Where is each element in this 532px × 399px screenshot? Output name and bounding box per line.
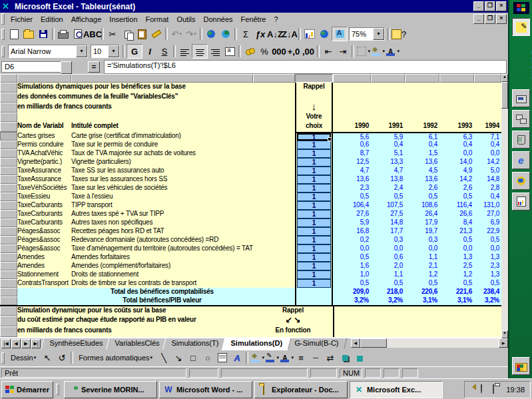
cell-d3[interactable]: ↓ xyxy=(295,103,333,113)
menu-item-format[interactable]: Format xyxy=(142,14,173,25)
menu-item-edition[interactable]: Edition xyxy=(37,14,67,25)
line-color-icon[interactable]: ▾ xyxy=(264,351,279,364)
task-button-excel[interactable]: ✕Microsoft Exc... xyxy=(350,381,443,398)
cell-i15[interactable]: 27,0 xyxy=(474,210,501,218)
vertical-scroll-thumb[interactable] xyxy=(501,82,508,109)
cell-c17[interactable] xyxy=(253,227,295,236)
cell-e16[interactable]: 5,9 xyxy=(333,218,371,227)
formula-input[interactable]: ='Simulations(T)'!$L6 xyxy=(104,60,507,74)
start-button[interactable]: Démarrer xyxy=(1,381,53,398)
cell-g21[interactable]: 2,1 xyxy=(405,262,439,270)
cell-f21[interactable]: 2,0 xyxy=(371,262,405,270)
cell-f20[interactable]: 0,6 xyxy=(371,253,405,262)
cell-c15[interactable] xyxy=(253,210,295,218)
menu-item-fichier[interactable]: Fichier xyxy=(7,14,37,25)
cell-b22[interactable]: Droits de stationnement xyxy=(71,270,253,279)
cell-b13[interactable]: Taxe à l'essieu xyxy=(71,193,253,201)
row-header-1[interactable] xyxy=(0,83,17,93)
row-header-8[interactable] xyxy=(0,149,17,158)
row-header-25[interactable] xyxy=(0,296,17,305)
cell-i9[interactable]: 14,2 xyxy=(474,158,501,167)
cell-a19[interactable]: Péages&assoc xyxy=(17,244,71,253)
menu-item-fentre[interactable]: Fenêtre xyxy=(237,14,270,25)
bold-button[interactable]: G xyxy=(127,44,142,59)
total-g24[interactable]: 220,6 xyxy=(405,288,439,296)
redo-icon[interactable]: ↷▾ xyxy=(184,27,198,41)
save-icon[interactable] xyxy=(36,27,51,41)
free-rotate-icon[interactable]: ↺ xyxy=(55,351,69,364)
cell-h19[interactable]: 0,0 xyxy=(439,244,474,253)
cell-g9[interactable]: 13,6 xyxy=(405,158,439,167)
cell-g11[interactable]: 13,6 xyxy=(405,175,439,184)
dash-style-icon[interactable]: ┄ xyxy=(308,351,323,364)
cell-g18[interactable]: 0,3 xyxy=(405,236,439,244)
cell-g19[interactable]: 0,0 xyxy=(405,244,439,253)
cell-b6[interactable]: Carte grise (certificat d'immatriculatio… xyxy=(71,132,253,141)
increase-decimal-icon[interactable]: +,0 xyxy=(286,45,301,58)
cell-i7[interactable]: 0,4 xyxy=(474,141,501,149)
arrow-style-icon[interactable]: ⇄ xyxy=(323,351,338,364)
row-header-26[interactable] xyxy=(0,306,17,316)
cell-h17[interactable]: 21,3 xyxy=(439,227,474,236)
cell-a14[interactable]: TaxeCarburants xyxy=(17,201,71,210)
cell-f17[interactable]: 17,7 xyxy=(371,227,405,236)
cell-h20[interactable]: 1,3 xyxy=(439,253,474,262)
align-left-icon[interactable] xyxy=(177,45,192,58)
cell-f13[interactable]: 0,5 xyxy=(371,193,405,201)
menu-item-affichage[interactable]: Affichage xyxy=(67,14,106,25)
combobox-dropdown-icon[interactable] xyxy=(108,45,119,57)
my-computer-icon[interactable] xyxy=(512,89,530,107)
cells-e27-i27[interactable] xyxy=(333,316,501,326)
year-header-1994[interactable]: 1994 xyxy=(474,122,501,132)
minimize-button[interactable]: _ xyxy=(473,1,484,11)
cell-g14[interactable]: 108,6 xyxy=(405,201,439,210)
cell-f19[interactable]: 0,0 xyxy=(371,244,405,253)
menu-item-insertion[interactable]: Insertion xyxy=(105,14,141,25)
row-header-6[interactable] xyxy=(0,132,17,141)
scroll-right-icon[interactable]: ▶ xyxy=(499,338,508,348)
cell-h11[interactable]: 14,2 xyxy=(439,175,474,184)
menu-item-outils[interactable]: Outils xyxy=(172,14,199,25)
year-header-1993[interactable]: 1993 xyxy=(439,122,474,132)
total-label-25[interactable]: Total bénéfices/PIB valeur xyxy=(71,296,253,305)
cell-a13[interactable]: TaxeEssieu xyxy=(17,193,71,201)
thousands-icon[interactable]: 000 xyxy=(272,45,286,58)
favorites-folder-icon[interactable] xyxy=(512,357,530,375)
cell-a15[interactable]: TaxeCarburants xyxy=(17,210,71,218)
menu-item-?[interactable]: ? xyxy=(270,14,282,25)
row-header-7[interactable] xyxy=(0,141,17,149)
select-all-corner[interactable] xyxy=(0,74,17,83)
tab-first-icon[interactable]: |◀ xyxy=(1,339,11,348)
choice-cell-d11[interactable]: 1 xyxy=(297,175,331,184)
cell-b12[interactable]: Taxe sur les véhicules de sociétés xyxy=(71,184,253,193)
cell-a23[interactable]: ContratsTransport xyxy=(17,279,71,288)
choice-cell-d16[interactable]: 1 xyxy=(297,218,331,227)
choice-cell-d12[interactable]: 1 xyxy=(297,184,331,193)
cell-e17[interactable]: 16,8 xyxy=(333,227,371,236)
cell-i11[interactable]: 14,8 xyxy=(474,175,501,184)
cell-f8[interactable]: 5,1 xyxy=(371,149,405,158)
cell-h6[interactable]: 6,3 xyxy=(439,132,474,141)
cell-a12[interactable]: TaxeVéhSociétés xyxy=(17,184,71,193)
cell-b16[interactable]: Autres taxes non spécifiques xyxy=(71,218,253,227)
column-header-e[interactable] xyxy=(333,74,371,83)
column-header-h[interactable] xyxy=(439,74,474,83)
tab-last-icon[interactable]: ▶| xyxy=(31,339,41,348)
help-icon[interactable]: ? xyxy=(392,27,406,41)
cell-a10[interactable]: TaxeAssurance xyxy=(17,167,71,175)
cells-e1-i1[interactable] xyxy=(333,83,501,93)
drawing-icon[interactable] xyxy=(332,27,348,41)
cell-i14[interactable]: 131,0 xyxy=(474,201,501,210)
column-header-d[interactable] xyxy=(295,74,333,83)
rectangle-icon[interactable]: □ xyxy=(186,351,200,364)
cell-i6[interactable]: 7,1 xyxy=(474,132,501,141)
world-globe-icon[interactable] xyxy=(512,172,530,190)
cell-e6[interactable]: 5,6 xyxy=(333,132,371,141)
cell-c20[interactable] xyxy=(253,253,295,262)
toolbar-grip[interactable] xyxy=(1,46,5,57)
network-neighborhood-icon[interactable] xyxy=(512,110,530,128)
cell-c5[interactable] xyxy=(253,122,295,132)
3d-icon[interactable] xyxy=(352,351,367,364)
cell-h10[interactable]: 4,9 xyxy=(439,167,474,175)
cell-a27[interactable]: du coût estimé par chaque étude rapporté… xyxy=(17,316,253,326)
